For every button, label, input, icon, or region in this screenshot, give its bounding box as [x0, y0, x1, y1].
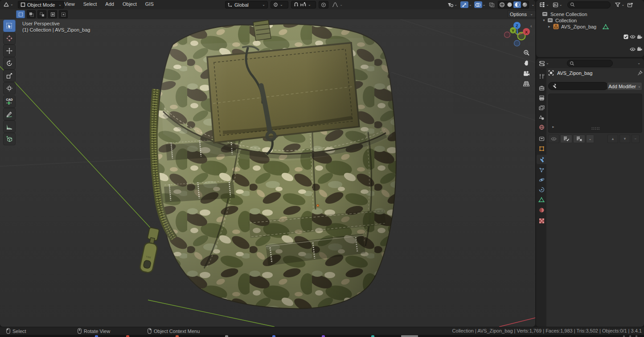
- taskbar-app-icon[interactable]: [176, 335, 179, 337]
- pan-button[interactable]: [521, 58, 531, 68]
- disable-render-camera-icon[interactable]: [637, 35, 642, 39]
- drag-grip-icon[interactable]: [591, 127, 599, 130]
- tool-cursor[interactable]: [3, 32, 16, 45]
- xray-toggle[interactable]: [488, 1, 496, 8]
- viewport-3d[interactable]: YKK ⌄ Object Mode ⌄: [0, 0, 535, 327]
- tool-add-cube[interactable]: [3, 133, 16, 145]
- outliner-display-mode-button[interactable]: ⌄: [553, 2, 562, 8]
- chevron-down-icon[interactable]: ⌄: [531, 3, 534, 7]
- tab-material[interactable]: [537, 205, 546, 215]
- tool-rotate[interactable]: [3, 57, 16, 70]
- move-down-button[interactable]: ▼: [619, 135, 630, 143]
- taskbar-tray-icon[interactable]: [636, 335, 637, 337]
- tool-cad-transform[interactable]: CAD: [3, 95, 16, 108]
- select-mode-extend-button[interactable]: [27, 10, 36, 18]
- taskbar-app-icon[interactable]: [272, 335, 275, 337]
- object-visibility-dropdown[interactable]: ⌄: [447, 1, 458, 8]
- pin-icon[interactable]: [637, 70, 643, 76]
- gizmos-toggle[interactable]: [460, 1, 468, 8]
- tab-output[interactable]: [537, 93, 546, 103]
- taskbar-app-icon[interactable]: [322, 335, 325, 337]
- overlays-toggle[interactable]: [474, 1, 482, 8]
- outliner-row-scene-collection[interactable]: Scene Collection: [536, 11, 644, 17]
- shading-wireframe-button[interactable]: [498, 1, 506, 8]
- tab-tool[interactable]: [537, 72, 546, 81]
- tab-collection[interactable]: [537, 134, 546, 144]
- tab-scene[interactable]: [537, 113, 546, 122]
- modifier-stack-panel[interactable]: ►: [548, 94, 642, 133]
- tool-annotate[interactable]: [3, 108, 16, 120]
- tool-measure[interactable]: [3, 120, 16, 133]
- select-mode-subtract-button[interactable]: [37, 10, 46, 18]
- proportional-editing-toggle[interactable]: [319, 1, 328, 8]
- orthographic-toggle-button[interactable]: [521, 79, 531, 89]
- hide-eye-icon[interactable]: [630, 35, 636, 39]
- outliner-row-collection[interactable]: ▼ Collection: [536, 17, 644, 24]
- shading-solid-button[interactable]: [506, 1, 513, 8]
- filter-list-cross-button[interactable]: [573, 135, 585, 143]
- taskbar-app-icon[interactable]: [95, 335, 98, 337]
- outliner-editor[interactable]: ⌄ ⌄ ⌄ Scene Collection ▼ Collec: [536, 0, 644, 57]
- filter-eye-button[interactable]: [548, 135, 559, 143]
- tab-modifiers[interactable]: [537, 155, 546, 164]
- menu-gis[interactable]: GIS: [142, 0, 157, 8]
- hide-eye-icon[interactable]: [630, 47, 636, 51]
- falloff-dropdown[interactable]: ⌄: [331, 1, 344, 8]
- tab-constraints[interactable]: [537, 185, 546, 194]
- add-modifier-button[interactable]: Add Modifier ⌄: [607, 82, 642, 90]
- checkbox-checked-icon[interactable]: [623, 34, 628, 39]
- mode-dropdown[interactable]: Object Mode ⌄: [18, 1, 64, 8]
- properties-search-input[interactable]: [567, 60, 613, 67]
- select-mode-set-button[interactable]: [16, 10, 25, 18]
- remove-button[interactable]: −: [632, 135, 640, 143]
- zoom-button[interactable]: [521, 48, 531, 58]
- tab-physics[interactable]: [537, 175, 546, 185]
- breadcrumb-object-name[interactable]: AVS_Zipon_bag: [557, 70, 592, 76]
- taskbar-app-icon[interactable]: [371, 335, 374, 337]
- tab-object[interactable]: [537, 144, 546, 153]
- outliner-search-input[interactable]: [567, 1, 611, 8]
- scene-canvas[interactable]: YKK: [0, 19, 535, 327]
- tab-world[interactable]: [537, 123, 546, 132]
- menu-select[interactable]: Select: [80, 0, 101, 8]
- menu-object[interactable]: Object: [119, 0, 140, 8]
- chevron-down-icon[interactable]: ⌄: [483, 3, 486, 7]
- modifier-search-input[interactable]: [548, 82, 608, 90]
- select-mode-intersect-button[interactable]: [59, 10, 68, 18]
- taskbar-tray-icon[interactable]: [623, 335, 625, 337]
- panel-disclosure-icon[interactable]: ►: [552, 125, 555, 128]
- tab-view-layer[interactable]: [537, 103, 546, 112]
- select-mode-invert-button[interactable]: [48, 10, 57, 18]
- shading-rendered-button[interactable]: [521, 1, 529, 8]
- tab-texture[interactable]: [537, 216, 546, 226]
- camera-view-button[interactable]: [521, 69, 531, 78]
- options-dropdown[interactable]: Options ⌄: [507, 10, 535, 18]
- disclosure-triangle-right-icon[interactable]: ►: [548, 25, 551, 28]
- chevron-down-icon[interactable]: ⌄: [637, 62, 640, 65]
- properties-editor[interactable]: ⌄ ⌄ AVS_Zipon_: [536, 58, 644, 327]
- taskbar-active-app[interactable]: [401, 335, 418, 337]
- disable-render-camera-icon[interactable]: [637, 47, 642, 51]
- outliner-editor-type-button[interactable]: ⌄: [539, 2, 549, 8]
- tool-move[interactable]: [3, 45, 16, 57]
- editor-type-button[interactable]: ⌄: [3, 1, 13, 8]
- outliner-row-object[interactable]: ► AVS_Zipon_bag: [536, 23, 644, 30]
- outliner-filter-button[interactable]: ⌄: [615, 2, 624, 7]
- taskbar-tray-icon[interactable]: [629, 335, 631, 337]
- menu-add[interactable]: Add: [102, 0, 118, 8]
- gizmo-axis-neg-z[interactable]: [514, 41, 520, 46]
- tool-select-box[interactable]: [3, 20, 16, 32]
- tool-transform[interactable]: [3, 82, 16, 95]
- shading-material-button[interactable]: [513, 1, 521, 8]
- filter-list-check-button[interactable]: [560, 135, 572, 143]
- filter-expand-button[interactable]: ⌄: [586, 135, 594, 143]
- snap-group[interactable]: ⌄: [291, 1, 316, 8]
- pivot-dropdown[interactable]: ⌄: [271, 1, 288, 8]
- taskbar-app-icon[interactable]: [225, 335, 228, 337]
- properties-editor-type-button[interactable]: ⌄: [539, 61, 549, 66]
- chevron-down-icon[interactable]: ⌄: [469, 3, 472, 7]
- taskbar-app-icon[interactable]: [126, 335, 129, 337]
- tab-render[interactable]: [537, 83, 546, 93]
- tool-scale[interactable]: [3, 70, 16, 82]
- tab-object-data[interactable]: [537, 195, 546, 204]
